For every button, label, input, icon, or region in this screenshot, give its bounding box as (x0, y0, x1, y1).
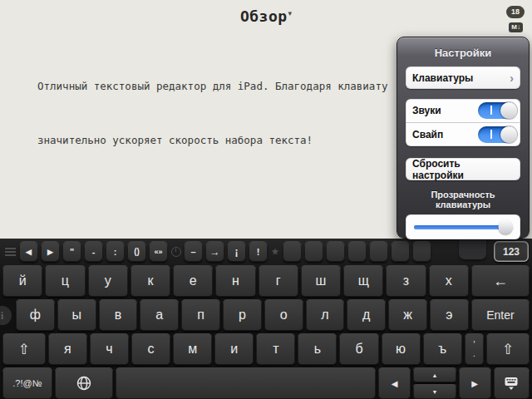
drag-grip-icon[interactable] (3, 241, 17, 262)
key-tab-arrow[interactable]: → (205, 241, 224, 262)
key-ь[interactable]: ь (298, 333, 337, 365)
key-ю[interactable]: ю (382, 333, 421, 365)
key-empty-3[interactable] (326, 241, 345, 262)
kb-row-4: .?!@№◀▲▼▶ (2, 367, 530, 399)
key-ъ[interactable]: ъ (423, 333, 462, 365)
key-е[interactable]: е (173, 265, 213, 297)
clock-face-icon (171, 247, 181, 257)
key-г[interactable]: г (259, 265, 298, 297)
star-icon: ★ (270, 241, 280, 262)
key-р[interactable]: р (223, 299, 262, 331)
key-up[interactable]: ▲ (413, 367, 456, 382)
key-я[interactable]: я (48, 333, 87, 365)
key-down[interactable]: ▼ (413, 384, 456, 399)
key-guillemets[interactable]: «» (149, 241, 168, 262)
key-quote[interactable]: " (62, 241, 81, 262)
transparency-label: Прозрачность клавиатуры (406, 190, 520, 209)
key-empty-7[interactable] (412, 241, 431, 262)
key-inverted-exclamation[interactable]: ¡ (227, 241, 246, 262)
key-ч[interactable]: ч (90, 333, 129, 365)
word-count-badge: 18 (506, 6, 525, 18)
key-empty-2[interactable] (304, 241, 323, 262)
keyboard: i ◀▶"-:()«»–→¡!★123йцукенгшщзх←фывапролд… (0, 239, 532, 399)
swipe-toggle[interactable] (478, 126, 516, 143)
key-в[interactable]: в (99, 299, 138, 331)
key-й[interactable]: й (2, 265, 42, 297)
key-х[interactable]: х (429, 265, 469, 297)
key-empty-4[interactable] (347, 241, 367, 262)
key-б[interactable]: б (339, 333, 378, 365)
key-щ[interactable]: щ (343, 265, 383, 297)
settings-popover: Настройки Клавиатуры › Звуки Свайп Сброс… (397, 37, 530, 239)
key-к[interactable]: к (131, 265, 170, 297)
sounds-row: Звуки (406, 99, 520, 122)
clock-icon (170, 241, 181, 262)
key-symbols[interactable]: .?!@№ (2, 367, 52, 399)
key-а[interactable]: а (140, 299, 179, 331)
swipe-label: Свайп (412, 129, 443, 140)
key-right[interactable]: ▶ (459, 367, 491, 399)
key-space[interactable] (116, 367, 376, 399)
key-д[interactable]: д (347, 299, 386, 331)
key-л[interactable]: л (306, 299, 345, 331)
key-enter[interactable]: Enter (471, 299, 530, 331)
key-у[interactable]: у (88, 265, 128, 297)
key-т[interactable]: т (256, 333, 295, 365)
key-empty-1[interactable] (283, 241, 302, 262)
key-updown[interactable]: ▲▼ (413, 367, 456, 399)
key-н[interactable]: н (215, 265, 255, 297)
key-ж[interactable]: ж (388, 299, 427, 331)
key-shift-left[interactable]: ⇧ (2, 333, 46, 365)
document-title-row: Обзор▾ (0, 7, 532, 27)
key-cursor-right[interactable]: ▶ (41, 241, 60, 262)
key-о[interactable]: о (264, 299, 303, 331)
key-ф[interactable]: ф (16, 299, 55, 331)
kb-row-2: фывапролджэEnter (2, 299, 530, 331)
key-empty-5[interactable] (369, 241, 388, 262)
key-cursor-left[interactable]: ◀ (19, 241, 38, 262)
sounds-label: Звуки (412, 105, 441, 116)
key-ы[interactable]: ы (57, 299, 96, 331)
key-globe[interactable] (55, 367, 113, 399)
keyboards-label: Клавиатуры (412, 72, 473, 84)
kb-row-1: йцукенгшщзх← (2, 265, 530, 297)
transparency-slider[interactable] (414, 225, 512, 229)
reset-settings-button[interactable]: Сбросить настройки (406, 158, 520, 180)
transparency-slider-knob[interactable] (498, 220, 512, 234)
transparency-slider-panel (406, 214, 520, 239)
keyboards-row[interactable]: Клавиатуры › (406, 66, 520, 89)
key-dash[interactable]: - (84, 241, 103, 262)
key-э[interactable]: э (430, 299, 469, 331)
chevron-right-icon: › (510, 71, 514, 85)
key-с[interactable]: с (131, 333, 170, 365)
key-backspace[interactable]: ← (471, 265, 530, 297)
title-dropdown-icon[interactable]: ▾ (288, 9, 293, 17)
document-title[interactable]: Обзор (240, 7, 288, 25)
key-п[interactable]: п (181, 299, 220, 331)
key-empty-6[interactable] (391, 241, 410, 262)
key-left[interactable]: ◀ (378, 367, 411, 399)
key-shift-right[interactable]: ⇧ (486, 333, 530, 365)
key-numbers[interactable]: 123 (494, 241, 529, 262)
keyboard-rows: ◀▶"-:()«»–→¡!★123йцукенгшщзх←фывапролджэ… (2, 241, 530, 399)
key-apostrophe-period[interactable]: ' . (465, 333, 485, 365)
kb-row-3: ⇧ячсмитьбюъ' .⇧ (2, 333, 530, 365)
key-colon[interactable]: : (106, 241, 125, 262)
key-parentheses[interactable]: () (127, 241, 146, 262)
transparency-slider-fill (414, 225, 505, 229)
key-з[interactable]: з (386, 265, 426, 297)
sounds-toggle[interactable] (478, 102, 516, 119)
key-dismiss-keyboard[interactable] (494, 367, 530, 399)
key-underscore[interactable]: – (184, 241, 203, 262)
popover-title: Настройки (406, 47, 520, 59)
toggles-group: Звуки Свайп (406, 99, 520, 146)
key-ц[interactable]: ц (45, 265, 85, 297)
toggle-knob (500, 126, 517, 143)
toggle-on-mark (490, 106, 492, 115)
grip-lines-icon (5, 248, 16, 256)
key-и[interactable]: и (214, 333, 254, 365)
key-exclamation[interactable]: ! (249, 241, 268, 262)
key-ш[interactable]: ш (301, 265, 341, 297)
key-м[interactable]: м (173, 333, 212, 365)
toggle-knob (500, 102, 517, 119)
